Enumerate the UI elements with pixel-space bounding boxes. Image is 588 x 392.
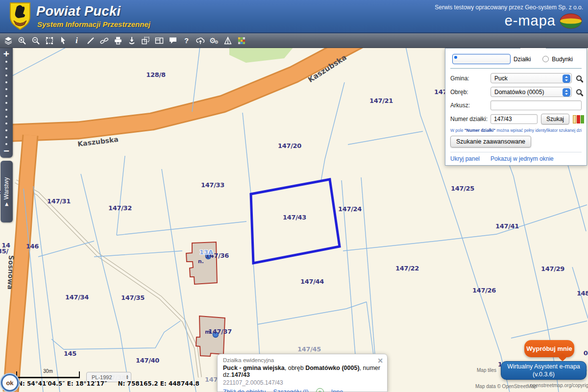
- help-icon[interactable]: ?: [182, 36, 191, 45]
- popup-title: Działka ewidencyjna: [223, 357, 382, 363]
- layout-icon[interactable]: [154, 36, 164, 45]
- advanced-search-button[interactable]: Szukanie zaawansowane: [450, 136, 531, 147]
- assistant-try-me-bubble[interactable]: Wypróbuj mnie: [524, 340, 574, 357]
- attribution-osm-link[interactable]: Map data © OpenStreetMap: [475, 384, 537, 389]
- zoom-out-icon[interactable]: [31, 36, 40, 45]
- stepper-arrows-icon: ▲▼: [126, 375, 129, 379]
- header: Powiat Pucki System Informacji Przestrze…: [0, 0, 588, 33]
- hint-text: W pole "Numer działki" można wpisać pełn…: [450, 128, 582, 133]
- legend-icon[interactable]: [237, 36, 246, 45]
- szukaj-button[interactable]: Szukaj: [541, 114, 569, 124]
- attribution-copyright-link[interactable]: openstreetmap.org/copyright.: [530, 383, 588, 388]
- numer-dzialki-label: Numer działki:: [450, 116, 490, 122]
- panel-body: DziałkiBudynki Gmina: Puck Obręb: Domató…: [445, 48, 587, 166]
- zoom-level-dot[interactable]: [5, 102, 7, 104]
- highlight-bars-icon[interactable]: [573, 115, 584, 123]
- arkusz-input[interactable]: [490, 100, 582, 110]
- layers-panel-tab[interactable]: ▶ Warstwy: [0, 161, 13, 222]
- parcel-identifier: 221107_2.0005.147/43: [223, 379, 382, 386]
- radio-label[interactable]: Działki: [514, 56, 531, 63]
- county-crest-logo: [9, 2, 31, 30]
- gmina-select[interactable]: Puck: [490, 73, 572, 83]
- scale-bar: [16, 371, 80, 378]
- copy-view-icon[interactable]: [141, 36, 150, 45]
- zoom-level-dot[interactable]: [5, 122, 7, 124]
- coords-metric: N: 758165.2 E: 448744.8: [118, 380, 199, 387]
- arkusz-label: Arkusz:: [450, 102, 490, 109]
- zoom-level-dot[interactable]: [5, 129, 7, 131]
- crs-value: PL-1992: [92, 374, 126, 380]
- zoom-level-dot[interactable]: [5, 61, 7, 63]
- gmina-label: Gmina:: [450, 75, 490, 82]
- cloud-icon[interactable]: [196, 36, 205, 45]
- search-panel: WspółrzędneAdresyDziałkiObiekty ✕ Działk…: [445, 37, 587, 166]
- attribution-tiles: Map tiles: [477, 368, 496, 373]
- obreb-select[interactable]: Domatówko (0005): [490, 87, 572, 97]
- obreb-value: Domatówko (0005): [494, 89, 544, 96]
- toolbar: i?⚙⚙: [0, 33, 588, 48]
- coordinates-readout: N: 54°41′04.5″ E: 18°12′17″ N: 758165.2 …: [18, 380, 199, 387]
- virtual-assistant-button[interactable]: Wirtualny Asystent e-mapa (v.0.3.6): [501, 361, 587, 380]
- assistant-version: (v.0.3.6): [533, 370, 555, 378]
- zoom-level-dot[interactable]: [5, 81, 7, 83]
- extent-icon[interactable]: [45, 36, 54, 45]
- ok-button[interactable]: ok: [1, 374, 19, 392]
- details-link[interactable]: Szczegóły (I): [273, 389, 309, 392]
- zoom-level-dot[interactable]: [5, 74, 7, 76]
- more-link[interactable]: Inne: [331, 389, 343, 392]
- select-stepper-icon: [563, 74, 570, 84]
- zoom-to-object-link[interactable]: Zbliż do obiektu: [223, 389, 266, 392]
- expand-arrow-icon: ▶: [4, 202, 9, 206]
- settings-icon[interactable]: ⚙⚙: [209, 36, 219, 45]
- hide-panel-link[interactable]: Ukryj panel: [450, 155, 480, 162]
- select-stepper-icon: [563, 88, 570, 98]
- layers-icon[interactable]: [3, 36, 13, 45]
- comment-icon[interactable]: [168, 36, 177, 45]
- zoom-level-dot[interactable]: [5, 68, 7, 70]
- e-mapa-application: 128/8147/19147/21147/20147/33147/31147/3…: [0, 0, 588, 392]
- zoom-level-dot[interactable]: [5, 109, 7, 111]
- geosystem-globe-logo: [560, 13, 582, 29]
- app-subtitle: System Informacji Przestrzennej: [37, 20, 150, 28]
- search-gmina-icon[interactable]: [576, 75, 582, 81]
- zoom-level-dot[interactable]: [5, 95, 7, 97]
- zoom-bar: + −: [0, 48, 13, 158]
- pointer-icon[interactable]: [58, 36, 68, 45]
- marker-icon[interactable]: [127, 36, 136, 45]
- emapa-brand: e-mapa: [505, 13, 556, 29]
- zoom-level-slider[interactable]: [5, 61, 7, 145]
- parcel-description: Puck - gmina wiejska, obręb Domatówko (0…: [223, 365, 382, 378]
- obreb-label: Obręb:: [450, 89, 490, 96]
- radio-label[interactable]: Budynki: [552, 56, 573, 63]
- parcel-info-popup: Działka ewidencyjna ✕ Puck - gmina wiejs…: [217, 354, 388, 392]
- close-icon[interactable]: ✕: [377, 357, 383, 365]
- coords-geographic: N: 54°41′04.5″ E: 18°12′17″: [18, 380, 107, 387]
- app-title: Powiat Pucki: [36, 4, 121, 19]
- search-obreb-icon[interactable]: [576, 89, 582, 95]
- radio-działki[interactable]: [452, 54, 511, 64]
- assistant-label: Wirtualny Asystent e-mapa: [507, 363, 580, 370]
- numer-dzialki-input[interactable]: [490, 114, 538, 124]
- add-icon[interactable]: +: [316, 388, 324, 392]
- zoom-level-dot[interactable]: [5, 136, 7, 138]
- radio-budynki[interactable]: [542, 56, 549, 62]
- single-window-link[interactable]: Pokazuj w jednym oknie: [490, 155, 554, 162]
- zoom-in-button[interactable]: +: [3, 48, 9, 60]
- print-icon[interactable]: [113, 36, 122, 45]
- link-icon[interactable]: [99, 36, 109, 45]
- zoom-in-icon[interactable]: [17, 36, 26, 45]
- info-icon[interactable]: i: [72, 36, 81, 45]
- gmina-value: Puck: [494, 75, 508, 82]
- zoom-level-dot[interactable]: [5, 88, 7, 90]
- prism-icon[interactable]: [223, 36, 232, 45]
- service-note: Serwis testowy opracowany przez Geo-syst…: [435, 4, 583, 11]
- object-type-radios: DziałkiBudynki: [450, 53, 582, 69]
- zoom-level-dot[interactable]: [5, 116, 7, 118]
- layers-tab-label: Warstwy: [3, 177, 10, 200]
- zoom-out-button[interactable]: −: [3, 147, 9, 155]
- measure-icon[interactable]: [86, 36, 95, 45]
- zoom-level-dot[interactable]: [5, 143, 7, 145]
